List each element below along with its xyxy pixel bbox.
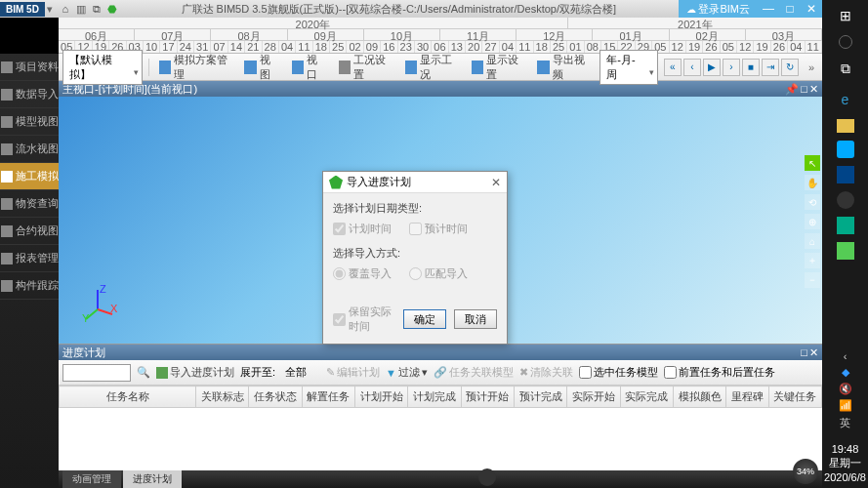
viewport-max-icon[interactable]: □: [801, 83, 807, 96]
app-icon-2[interactable]: [837, 166, 854, 183]
tray-volume-icon[interactable]: 🔇: [839, 383, 852, 395]
panel-max-icon[interactable]: □: [801, 346, 807, 359]
column-header[interactable]: 任务名称: [60, 386, 196, 408]
tray-shield-icon[interactable]: ◆: [842, 366, 849, 379]
unlink-button[interactable]: ✖清除关联: [519, 365, 573, 380]
nav-item-2[interactable]: 模型视图: [0, 108, 59, 136]
app-icon-5[interactable]: [837, 242, 854, 260]
keep-actual-checkbox[interactable]: 保留实际时间: [333, 305, 395, 334]
tray-chevron-icon[interactable]: ‹: [844, 350, 847, 362]
loop-button[interactable]: ↻: [781, 59, 799, 76]
filter-button[interactable]: ▼过滤 ▾: [386, 365, 428, 380]
column-header[interactable]: 实际开始: [567, 386, 620, 408]
small-circle-widget[interactable]: [478, 468, 496, 486]
nav-item-3[interactable]: 流水视图: [0, 136, 59, 163]
toolbar-expand[interactable]: »: [808, 61, 814, 73]
nav-item-1[interactable]: 数据导入: [0, 81, 59, 108]
search-icon[interactable]: 🔍: [137, 366, 150, 379]
cancel-button[interactable]: 取消: [454, 309, 497, 329]
end-button[interactable]: ⇥: [762, 59, 779, 76]
qat-icon-2[interactable]: ▥: [74, 2, 88, 16]
predecessor-checkbox[interactable]: 前置任务和后置任务: [664, 365, 775, 380]
column-header[interactable]: 关键任务: [768, 386, 822, 408]
system-clock[interactable]: 19:48 星期一 2020/6/8: [824, 442, 866, 484]
expand-dropdown[interactable]: 全部: [281, 364, 320, 381]
close-button[interactable]: ✕: [801, 0, 822, 18]
overwrite-radio[interactable]: 覆盖导入: [333, 266, 392, 281]
win-start-icon[interactable]: ⊞: [834, 4, 857, 27]
toolbar-view[interactable]: 视图: [240, 51, 281, 84]
panel-close-icon[interactable]: ✕: [809, 346, 818, 359]
nav-item-4[interactable]: 施工模拟: [0, 163, 59, 190]
explorer-icon[interactable]: [837, 119, 854, 133]
viewport-close-icon[interactable]: ✕: [809, 83, 818, 96]
column-header[interactable]: 计划开始: [355, 386, 408, 408]
tab-animation[interactable]: 动画管理: [62, 470, 121, 488]
nav-item-6[interactable]: 合约视图: [0, 218, 59, 245]
dialog-close-button[interactable]: ✕: [491, 176, 501, 189]
percent-indicator[interactable]: 34%: [793, 459, 818, 484]
column-header[interactable]: 计划完成: [408, 386, 461, 408]
nav-item-7[interactable]: 报表管理: [0, 245, 59, 272]
axis-gizmo[interactable]: Z X Y: [78, 285, 117, 324]
zoom-tool-icon[interactable]: ⊕: [805, 214, 820, 229]
tray-wifi-icon[interactable]: 📶: [839, 399, 852, 412]
column-header[interactable]: 任务状态: [249, 386, 302, 408]
link-model-button[interactable]: 🔗任务关联模型: [434, 365, 514, 380]
progress-search-input[interactable]: [62, 364, 131, 382]
ok-button[interactable]: 确定: [403, 309, 446, 329]
toolbar-scheme-mgmt[interactable]: 模拟方案管理: [155, 51, 234, 84]
ime-indicator[interactable]: 英: [840, 416, 850, 430]
column-header[interactable]: 实际完成: [620, 386, 673, 408]
play-button[interactable]: ▶: [703, 59, 721, 76]
search-icon[interactable]: [839, 35, 852, 49]
toolbar-display-settings[interactable]: 显示设置: [468, 51, 528, 84]
match-radio[interactable]: 匹配导入: [409, 266, 468, 281]
prev-button[interactable]: ‹: [683, 59, 701, 76]
nav-item-5[interactable]: 物资查询: [0, 190, 59, 218]
tab-progress[interactable]: 进度计划: [123, 470, 182, 488]
estimate-time-checkbox[interactable]: 预计时间: [409, 222, 468, 236]
minimize-button[interactable]: —: [758, 0, 779, 18]
nav-item-8[interactable]: 构件跟踪: [0, 272, 59, 300]
toolbar-show-condition[interactable]: 显示工况: [401, 51, 462, 84]
qat-icon-1[interactable]: ⌂: [59, 2, 72, 16]
toolbar-viewport[interactable]: 视口: [288, 51, 329, 84]
column-header[interactable]: 模拟颜色: [674, 386, 726, 408]
qat-icon-3[interactable]: ⧉: [90, 2, 103, 16]
plan-time-checkbox[interactable]: 计划时间: [333, 222, 392, 236]
logo-caret[interactable]: ▾: [47, 3, 53, 16]
edit-plan-button[interactable]: ✎编辑计划: [326, 365, 380, 380]
column-header[interactable]: 解置任务: [302, 386, 354, 408]
cloud-login-button[interactable]: ☁ 登录BIM云: [679, 0, 758, 19]
app-icon-3[interactable]: [837, 191, 854, 209]
maximize-button[interactable]: □: [779, 0, 801, 18]
qat-icon-4[interactable]: ⬣: [105, 2, 119, 16]
home-view-icon[interactable]: ⌂: [805, 233, 820, 249]
pan-tool-icon[interactable]: ✋: [805, 175, 820, 190]
selected-task-checkbox[interactable]: 选中任务模型: [579, 365, 658, 380]
app-icon-1[interactable]: [837, 141, 854, 158]
zoom-in-icon[interactable]: ＋: [805, 253, 820, 268]
column-header[interactable]: 里程碑: [726, 386, 768, 408]
import-plan-button[interactable]: 导入进度计划: [156, 365, 234, 380]
column-header[interactable]: 预计完成: [515, 386, 567, 408]
rewind-button[interactable]: «: [664, 59, 682, 76]
progress-table[interactable]: 任务名称关联标志任务状态解置任务计划开始计划完成预计开始预计完成实际开始实际完成…: [59, 386, 822, 470]
ie-icon[interactable]: e: [834, 88, 857, 111]
nav-item-0[interactable]: 项目资料: [0, 54, 59, 81]
time-unit-dropdown[interactable]: 年-月-周: [599, 50, 658, 85]
simulation-mode-dropdown[interactable]: 【默认模拟】: [62, 50, 143, 85]
viewport-pin-icon[interactable]: 📌: [785, 83, 799, 96]
column-header[interactable]: 预计开始: [461, 386, 514, 408]
app-icon-4[interactable]: [837, 217, 854, 234]
taskview-icon[interactable]: ⧉: [834, 57, 857, 80]
column-header[interactable]: 关联标志: [196, 386, 249, 408]
select-tool-icon[interactable]: ↖: [805, 155, 820, 171]
toolbar-condition[interactable]: 工况设置: [335, 51, 395, 84]
next-button[interactable]: ›: [723, 59, 740, 76]
toolbar-export-video[interactable]: 导出视频: [533, 51, 594, 84]
stop-button[interactable]: ■: [742, 59, 760, 76]
zoom-out-icon[interactable]: －: [805, 272, 820, 288]
orbit-tool-icon[interactable]: ⟲: [805, 194, 820, 210]
